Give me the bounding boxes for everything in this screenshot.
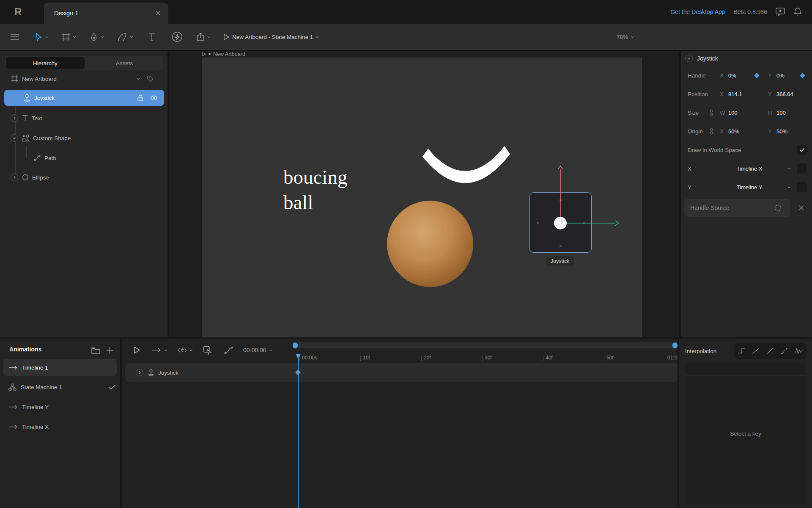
canvas[interactable]: New Artboard boucing ball Joystick [169,51,679,337]
tree-item-path[interactable]: Path [0,150,168,166]
size-w-value[interactable]: 100 [728,110,738,116]
pen-icon [90,33,98,41]
rive-logo[interactable]: R [14,6,22,18]
interpolation-panel: Interpolation Select a key [679,339,812,508]
target-picker-icon[interactable] [773,203,783,213]
position-x-value[interactable]: 814.1 [728,91,742,97]
ball-shape[interactable] [387,201,473,287]
origin-x-value[interactable]: 50% [728,128,739,135]
interp-elastic-icon[interactable] [795,348,803,354]
zoom-select[interactable]: 78% [617,24,634,50]
chevron-down-icon[interactable] [685,55,693,62]
position-y-value[interactable]: 366.64 [776,91,793,97]
path-icon [34,155,41,161]
timeline-range-bar[interactable] [293,342,678,348]
file-tab[interactable]: Design 1 [44,3,168,24]
animations-panel: Animations Timeline 1 State Machine 1 Ti… [0,339,120,508]
artboard-header[interactable]: New Artboard [202,51,245,57]
eye-icon[interactable] [150,95,158,101]
shape-teardrop-icon [118,33,127,41]
range-start-handle[interactable] [293,342,298,348]
handle-x-value[interactable]: 0% [728,72,736,79]
shapes-tool-button[interactable] [118,24,133,50]
text-tool-button[interactable] [148,24,156,50]
lock-icon[interactable] [137,94,143,101]
timeline-track-joystick[interactable]: Joystick [125,363,678,382]
y-binding-select[interactable]: Timeline Y [720,184,779,190]
tab-hierarchy[interactable]: Hierarchy [6,57,85,69]
keyframe-tool-button[interactable] [178,344,193,356]
keyframe-diamond-icon[interactable] [800,73,805,78]
tree-item-new-artboard[interactable]: New Artboard [0,71,168,87]
auto-key-button[interactable] [203,344,212,356]
empty-message: Select a key [730,431,761,437]
origin-y-value[interactable]: 50% [776,128,787,135]
close-tab-icon[interactable] [156,11,161,16]
folder-icon[interactable] [91,347,100,354]
chevron-down-icon[interactable] [11,134,18,142]
tree-item-text[interactable]: Text [0,110,168,126]
link-icon[interactable] [710,128,713,135]
joystick-handle[interactable] [554,217,567,229]
animation-item-timeline-x[interactable]: Timeline X [3,418,117,435]
interp-cubic-icon[interactable] [766,348,774,354]
menu-icon[interactable] [10,24,19,50]
clear-handle-source-icon[interactable] [798,205,804,211]
interp-hold-icon[interactable] [737,348,746,354]
tree-item-label: Joystick [34,95,55,101]
world-space-checkbox[interactable] [797,145,807,155]
size-h-value[interactable]: 100 [776,110,786,116]
tree-item-ellipse[interactable]: Ellipse [0,169,168,185]
interp-linear-icon[interactable] [752,348,760,354]
link-icon[interactable] [710,109,713,116]
select-tool-button[interactable] [35,24,49,50]
artboard-statemachine-menu[interactable]: New Artboard - State Machine 1 [223,24,319,50]
interpolation-editor-button[interactable] [224,344,233,356]
range-end-handle[interactable] [672,342,678,348]
feedback-icon[interactable] [776,8,785,16]
y-binding-option-button[interactable] [797,182,807,192]
world-space-row: Draw in World Space [681,144,812,156]
desktop-app-link[interactable]: Get the Desktop App [670,8,725,15]
chevron-down-icon[interactable] [136,77,140,80]
chevron-right-icon[interactable] [11,114,18,122]
chevron-right-icon[interactable] [136,369,143,376]
position-row: Position X 814.1 Y 366.64 [681,88,812,100]
time-display[interactable]: 00:00:00 [243,344,272,356]
inspector-header[interactable]: Joystick [681,52,812,64]
y-binding-row: Y Timeline Y [681,181,812,193]
notifications-bell-icon[interactable] [793,7,802,17]
x-binding-select[interactable]: Timeline X [720,166,779,172]
y-axis-label: Y [768,91,772,97]
play-button[interactable] [134,344,140,356]
ruler-label: 30f [485,355,492,361]
handle-y-value[interactable]: 0% [776,72,785,79]
chevron-down-icon[interactable] [787,186,791,188]
y-axis-label: Y [768,72,772,79]
x-binding-option-button[interactable] [797,163,807,174]
chevron-down-icon [207,36,211,38]
pen-tool-button[interactable] [90,24,104,50]
artboard-name[interactable]: New Artboard [213,51,245,57]
tree-item-joystick[interactable]: Joystick [4,90,164,106]
smile-shape[interactable] [421,143,512,185]
tab-assets[interactable]: Assets [85,56,163,70]
export-button[interactable] [196,24,211,50]
chevron-down-icon[interactable] [787,168,791,170]
tag-icon[interactable] [147,76,154,82]
artboard-tool-button[interactable] [62,24,76,50]
chevron-right-icon[interactable] [11,174,18,181]
artboard-statemachine-label: New Artboard - State Machine 1 [232,34,313,40]
joystick-dot [560,245,562,247]
actions-tool-button[interactable] [172,24,183,50]
interp-custom-cubic-icon[interactable] [780,348,789,354]
animation-item-timeline-1[interactable]: Timeline 1 [3,359,117,376]
keyframe-diamond-icon[interactable] [754,73,760,78]
loop-mode-button[interactable] [151,344,167,356]
bouncing-ball-text[interactable]: boucing ball [283,164,347,215]
play-icon[interactable] [202,52,206,56]
animation-item-timeline-y[interactable]: Timeline Y [3,398,117,415]
animation-item-state-machine-1[interactable]: State Machine 1 [3,378,117,395]
tree-item-custom-shape[interactable]: Custom Shape [0,130,168,146]
add-animation-icon[interactable] [106,347,113,354]
